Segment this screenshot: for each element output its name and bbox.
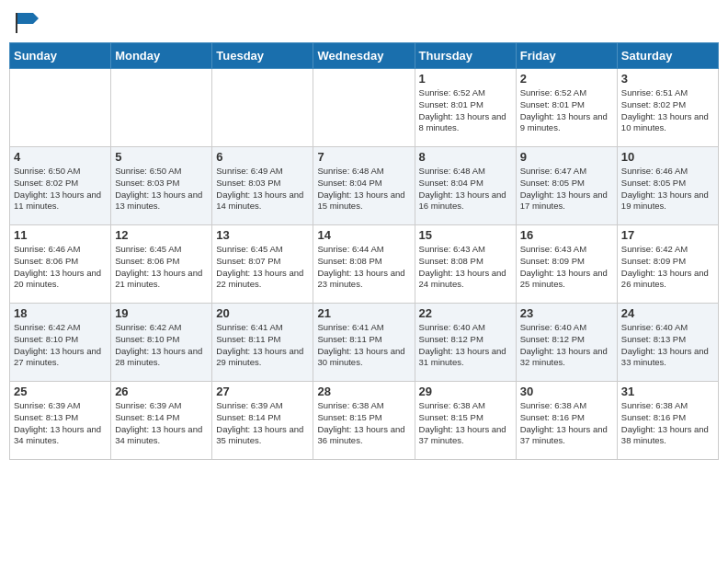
calendar-day-4: 4Sunrise: 6:50 AM Sunset: 8:02 PM Daylig… — [10, 147, 111, 225]
calendar-day-2: 2Sunrise: 6:52 AM Sunset: 8:01 PM Daylig… — [516, 69, 617, 147]
day-number-27: 27 — [216, 385, 309, 398]
day-info-6: Sunrise: 6:49 AM Sunset: 8:03 PM Dayligh… — [216, 166, 309, 213]
day-number-5: 5 — [115, 150, 208, 164]
day-info-3: Sunrise: 6:51 AM Sunset: 8:02 PM Dayligh… — [621, 87, 714, 134]
weekday-header-row: SundayMondayTuesdayWednesdayThursdayFrid… — [10, 43, 719, 69]
weekday-header-saturday: Saturday — [617, 43, 718, 69]
day-info-19: Sunrise: 6:42 AM Sunset: 8:10 PM Dayligh… — [115, 322, 208, 369]
calendar-day-22: 22Sunrise: 6:40 AM Sunset: 8:12 PM Dayli… — [415, 304, 516, 382]
weekday-header-tuesday: Tuesday — [212, 43, 313, 69]
calendar-day-26: 26Sunrise: 6:39 AM Sunset: 8:14 PM Dayli… — [111, 382, 212, 460]
day-number-6: 6 — [216, 150, 309, 164]
empty-cell — [212, 69, 313, 147]
day-number-17: 17 — [621, 228, 714, 242]
calendar-day-19: 19Sunrise: 6:42 AM Sunset: 8:10 PM Dayli… — [111, 304, 212, 382]
day-info-28: Sunrise: 6:38 AM Sunset: 8:15 PM Dayligh… — [317, 400, 410, 447]
empty-cell — [111, 69, 212, 147]
weekday-header-wednesday: Wednesday — [313, 43, 415, 69]
empty-cell — [10, 69, 111, 147]
calendar-day-15: 15Sunrise: 6:43 AM Sunset: 8:08 PM Dayli… — [415, 225, 516, 304]
day-info-1: Sunrise: 6:52 AM Sunset: 8:01 PM Dayligh… — [419, 87, 512, 134]
calendar-week-1: 1Sunrise: 6:52 AM Sunset: 8:01 PM Daylig… — [10, 69, 719, 147]
day-number-15: 15 — [419, 228, 512, 242]
empty-cell — [313, 69, 415, 147]
day-info-12: Sunrise: 6:45 AM Sunset: 8:06 PM Dayligh… — [115, 244, 208, 291]
weekday-header-thursday: Thursday — [415, 43, 516, 69]
calendar-day-20: 20Sunrise: 6:41 AM Sunset: 8:11 PM Dayli… — [212, 304, 313, 382]
calendar-week-3: 11Sunrise: 6:46 AM Sunset: 8:06 PM Dayli… — [10, 225, 719, 304]
calendar-week-2: 4Sunrise: 6:50 AM Sunset: 8:02 PM Daylig… — [10, 147, 719, 225]
day-number-23: 23 — [520, 306, 613, 320]
svg-marker-2 — [33, 13, 39, 24]
day-number-10: 10 — [621, 150, 714, 164]
calendar-day-21: 21Sunrise: 6:41 AM Sunset: 8:11 PM Dayli… — [313, 304, 415, 382]
calendar-day-14: 14Sunrise: 6:44 AM Sunset: 8:08 PM Dayli… — [313, 225, 415, 304]
svg-marker-1 — [17, 13, 33, 24]
day-number-19: 19 — [115, 306, 208, 320]
calendar-week-5: 25Sunrise: 6:39 AM Sunset: 8:13 PM Dayli… — [10, 382, 719, 460]
day-info-21: Sunrise: 6:41 AM Sunset: 8:11 PM Dayligh… — [317, 322, 410, 369]
day-info-17: Sunrise: 6:42 AM Sunset: 8:09 PM Dayligh… — [621, 244, 714, 291]
day-info-23: Sunrise: 6:40 AM Sunset: 8:12 PM Dayligh… — [520, 322, 613, 369]
calendar-day-18: 18Sunrise: 6:42 AM Sunset: 8:10 PM Dayli… — [10, 304, 111, 382]
day-info-27: Sunrise: 6:39 AM Sunset: 8:14 PM Dayligh… — [216, 400, 309, 447]
day-info-16: Sunrise: 6:43 AM Sunset: 8:09 PM Dayligh… — [520, 244, 613, 291]
day-info-29: Sunrise: 6:38 AM Sunset: 8:15 PM Dayligh… — [419, 400, 512, 447]
day-number-7: 7 — [317, 150, 410, 164]
calendar-day-31: 31Sunrise: 6:38 AM Sunset: 8:16 PM Dayli… — [617, 382, 718, 460]
day-number-18: 18 — [14, 306, 107, 320]
day-info-18: Sunrise: 6:42 AM Sunset: 8:10 PM Dayligh… — [14, 322, 107, 369]
logo — [13, 9, 42, 35]
calendar-day-17: 17Sunrise: 6:42 AM Sunset: 8:09 PM Dayli… — [617, 225, 718, 304]
day-info-24: Sunrise: 6:40 AM Sunset: 8:13 PM Dayligh… — [621, 322, 714, 369]
day-info-7: Sunrise: 6:48 AM Sunset: 8:04 PM Dayligh… — [317, 166, 410, 213]
calendar-day-6: 6Sunrise: 6:49 AM Sunset: 8:03 PM Daylig… — [212, 147, 313, 225]
calendar-day-9: 9Sunrise: 6:47 AM Sunset: 8:05 PM Daylig… — [516, 147, 617, 225]
calendar-day-13: 13Sunrise: 6:45 AM Sunset: 8:07 PM Dayli… — [212, 225, 313, 304]
day-number-21: 21 — [317, 306, 410, 320]
day-number-22: 22 — [419, 306, 512, 320]
day-number-25: 25 — [14, 385, 107, 398]
day-number-28: 28 — [317, 385, 410, 398]
weekday-header-friday: Friday — [516, 43, 617, 69]
calendar-day-5: 5Sunrise: 6:50 AM Sunset: 8:03 PM Daylig… — [111, 147, 212, 225]
calendar-day-29: 29Sunrise: 6:38 AM Sunset: 8:15 PM Dayli… — [415, 382, 516, 460]
calendar-day-30: 30Sunrise: 6:38 AM Sunset: 8:16 PM Dayli… — [516, 382, 617, 460]
day-info-25: Sunrise: 6:39 AM Sunset: 8:13 PM Dayligh… — [14, 400, 107, 447]
calendar-day-25: 25Sunrise: 6:39 AM Sunset: 8:13 PM Dayli… — [10, 382, 111, 460]
day-number-24: 24 — [621, 306, 714, 320]
day-info-22: Sunrise: 6:40 AM Sunset: 8:12 PM Dayligh… — [419, 322, 512, 369]
day-number-13: 13 — [216, 228, 309, 242]
day-info-8: Sunrise: 6:48 AM Sunset: 8:04 PM Dayligh… — [419, 166, 512, 213]
day-number-2: 2 — [520, 72, 613, 86]
day-number-12: 12 — [115, 228, 208, 242]
day-number-30: 30 — [520, 385, 613, 398]
calendar-day-7: 7Sunrise: 6:48 AM Sunset: 8:04 PM Daylig… — [313, 147, 415, 225]
day-info-9: Sunrise: 6:47 AM Sunset: 8:05 PM Dayligh… — [520, 166, 613, 213]
calendar-day-10: 10Sunrise: 6:46 AM Sunset: 8:05 PM Dayli… — [617, 147, 718, 225]
day-number-14: 14 — [317, 228, 410, 242]
calendar-day-11: 11Sunrise: 6:46 AM Sunset: 8:06 PM Dayli… — [10, 225, 111, 304]
calendar-day-27: 27Sunrise: 6:39 AM Sunset: 8:14 PM Dayli… — [212, 382, 313, 460]
page-header — [9, 9, 719, 35]
day-info-4: Sunrise: 6:50 AM Sunset: 8:02 PM Dayligh… — [14, 166, 107, 213]
day-info-11: Sunrise: 6:46 AM Sunset: 8:06 PM Dayligh… — [14, 244, 107, 291]
day-info-15: Sunrise: 6:43 AM Sunset: 8:08 PM Dayligh… — [419, 244, 512, 291]
day-number-8: 8 — [419, 150, 512, 164]
day-info-30: Sunrise: 6:38 AM Sunset: 8:16 PM Dayligh… — [520, 400, 613, 447]
day-number-29: 29 — [419, 385, 512, 398]
calendar-day-28: 28Sunrise: 6:38 AM Sunset: 8:15 PM Dayli… — [313, 382, 415, 460]
day-info-13: Sunrise: 6:45 AM Sunset: 8:07 PM Dayligh… — [216, 244, 309, 291]
weekday-header-monday: Monday — [111, 43, 212, 69]
logo-icon — [13, 9, 39, 35]
day-info-31: Sunrise: 6:38 AM Sunset: 8:16 PM Dayligh… — [621, 400, 714, 447]
calendar-day-23: 23Sunrise: 6:40 AM Sunset: 8:12 PM Dayli… — [516, 304, 617, 382]
calendar-day-8: 8Sunrise: 6:48 AM Sunset: 8:04 PM Daylig… — [415, 147, 516, 225]
calendar-table: SundayMondayTuesdayWednesdayThursdayFrid… — [9, 42, 719, 460]
day-number-26: 26 — [115, 385, 208, 398]
day-number-31: 31 — [621, 385, 714, 398]
weekday-header-sunday: Sunday — [10, 43, 111, 69]
calendar-day-3: 3Sunrise: 6:51 AM Sunset: 8:02 PM Daylig… — [617, 69, 718, 147]
calendar-day-16: 16Sunrise: 6:43 AM Sunset: 8:09 PM Dayli… — [516, 225, 617, 304]
day-number-11: 11 — [14, 228, 107, 242]
